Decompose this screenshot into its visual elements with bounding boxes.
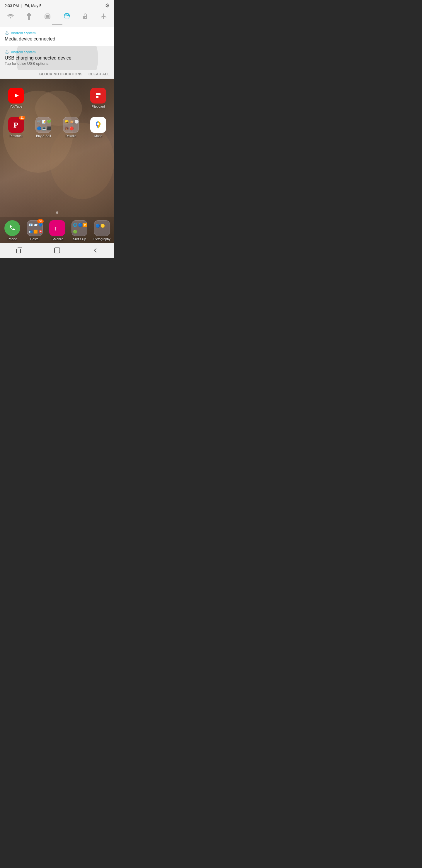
svg-rect-3 [46,15,48,18]
dock-phone[interactable]: Phone [2,220,22,241]
app-maps[interactable]: Maps [86,117,111,137]
app-youtube[interactable]: YouTube [3,88,29,108]
screen-lock-toggle[interactable] [83,13,88,20]
dock-label-postal: Postal [30,237,39,241]
tmobile-icon: T [49,220,65,236]
dock-label-phone: Phone [8,237,17,241]
dock-label-tmobile: T-Mobile [51,237,63,241]
app-empty-2 [58,88,84,108]
svg-point-17 [85,17,86,18]
pictography-folder-icon: 🔵 🟡 [94,220,110,236]
time: 2:33 PM [5,3,19,8]
apps-row-2: 11 P Pinterest 🛒 📝 💚 🔵 💻 ⬛ Buy & Sell [3,117,111,137]
app-label-dawdle: Dawdle [65,134,76,137]
notif-source-1: Android System [11,31,36,35]
postal-folder-icon: 56 📧 📨 💙 📬 🟧 📮 [27,220,43,236]
svg-rect-23 [94,91,103,100]
notif-title-2: USB charging connected device [5,55,109,61]
app-empty-1 [31,88,56,108]
dock-surfs-up[interactable]: 🌐 🔵 ▶️ 🟢 Surf's Up [69,220,89,241]
drag-handle [0,23,114,27]
status-right-icons: ⚙ [105,2,109,9]
app-dawdle[interactable]: 😀 🐵 ⚪ 🐻 🔴 Dawdle [58,117,84,137]
buy-sell-folder-icon: 🛒 📝 💚 🔵 💻 ⬛ [35,117,51,133]
svg-point-29 [97,123,99,125]
notification-media-device[interactable]: ⚓ Android System Media device connected [0,27,114,46]
dock-label-surfs-up: Surf's Up [73,237,86,241]
svg-rect-1 [28,16,30,20]
settings-icon[interactable]: ⚙ [105,2,109,9]
usb-icon-2: ⚓ [5,50,9,54]
recents-button[interactable] [16,247,22,254]
notification-header-2: ⚓ Android System [5,50,109,54]
app-label-maps: Maps [94,134,102,137]
home-screen: YouTube Flipboard 11 P Pinterest � [0,79,114,243]
divider: | [21,3,22,8]
svg-rect-0 [28,13,30,14]
svg-rect-32 [17,249,21,253]
clear-all-button[interactable]: CLEAR ALL [89,72,109,76]
chip-icon[interactable] [44,13,51,20]
notification-usb-charging[interactable]: ⚓ Android System USB charging connected … [0,46,114,70]
dock-postal[interactable]: 56 📧 📨 💙 📬 🟧 📮 Postal [25,220,44,241]
notif-title-1: Media device connected [5,36,109,42]
app-label-pinterest: Pinterest [10,134,22,137]
status-bar: 2:33 PM | Fri, May 5 ⚙ [0,0,114,10]
maps-icon [90,117,106,133]
app-label-youtube: YouTube [10,105,22,108]
youtube-icon [8,88,24,103]
sync-toggle[interactable] [63,13,70,20]
dock-tmobile[interactable]: T T-Mobile [47,220,67,241]
apps-row-1: YouTube Flipboard [3,88,111,108]
svg-text:T: T [54,226,58,232]
app-buy-sell[interactable]: 🛒 📝 💚 🔵 💻 ⬛ Buy & Sell [31,117,56,137]
dock-label-pictography: Pictography [94,237,110,241]
drag-handle-bar [52,24,62,25]
svg-rect-33 [55,248,60,253]
date: Fri, May 5 [25,3,42,8]
flashlight-toggle[interactable] [26,13,32,20]
page-dot [56,211,58,214]
page-indicator [0,211,114,214]
back-button[interactable] [92,247,98,254]
dock: Phone 56 📧 📨 💙 📬 🟧 📮 Postal T [0,217,114,243]
app-pinterest[interactable]: 11 P Pinterest [3,117,29,137]
pinterest-icon: 11 P [8,117,24,133]
svg-rect-25 [96,96,98,98]
surfs-up-folder-icon: 🌐 🔵 ▶️ 🟢 [71,220,87,236]
app-label-buy-sell: Buy & Sell [36,134,51,137]
svg-rect-24 [96,93,100,95]
flipboard-icon [90,88,106,103]
usb-icon-1: ⚓ [5,31,9,35]
app-flipboard[interactable]: Flipboard [86,88,111,108]
block-notifications-button[interactable]: BLOCK NOTIFICATIONS [39,72,83,76]
notification-actions: BLOCK NOTIFICATIONS CLEAR ALL [0,70,114,79]
home-button[interactable] [54,247,60,254]
airplane-mode-toggle[interactable] [100,13,107,20]
dawdle-folder-icon: 😀 🐵 ⚪ 🐻 🔴 [63,117,79,133]
phone-icon [4,220,20,236]
postal-badge: 56 [37,219,43,223]
notification-header-1: ⚓ Android System [5,31,109,35]
status-time-date: 2:33 PM | Fri, May 5 [5,3,42,8]
app-label-flipboard: Flipboard [91,105,105,108]
pinterest-badge: 11 [19,116,25,120]
svg-text:P: P [13,121,18,129]
notif-source-2: Android System [11,50,36,54]
dock-pictography[interactable]: 🔵 🟡 Pictography [92,220,112,241]
quick-settings-panel [0,10,114,23]
notif-subtitle-2: Tap for other USB options. [5,61,109,66]
nav-bar [0,243,114,258]
wifi-toggle[interactable] [7,13,14,19]
